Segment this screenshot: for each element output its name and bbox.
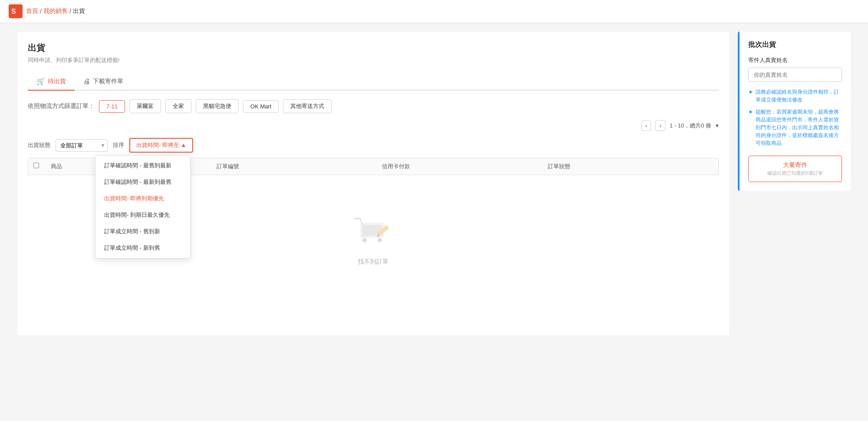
breadcrumb: 首頁 / 我的銷售 / 出貨	[26, 7, 85, 15]
filter-btn-okmart[interactable]: OK Mart	[243, 100, 279, 113]
page-subtitle: 同時申請、列印多筆訂單的配送標籤!	[28, 56, 719, 64]
select-all-checkbox[interactable]	[33, 163, 39, 168]
printer-icon: 🖨	[83, 78, 90, 85]
sender-name-input[interactable]	[748, 68, 842, 82]
dropdown-item-3[interactable]: 出貨時間- 到期日最久優先	[95, 207, 190, 223]
bulk-ship-button[interactable]: 大量寄件 確認出貨已勾選的0筆訂單	[748, 156, 842, 182]
tab-pending-label: 待出貨	[48, 78, 66, 85]
sort-current-label: 出貨時間- 即將至 ▲	[136, 141, 186, 149]
pagination-next[interactable]: ›	[655, 120, 665, 131]
table-col-payment: 信用卡付款	[382, 163, 548, 170]
breadcrumb-sales[interactable]: 我的銷售	[43, 7, 68, 15]
filter-label: 依照物流方式篩選訂單：	[28, 102, 95, 110]
dropdown-item-5[interactable]: 訂單成立時間 - 新到舊	[95, 240, 190, 256]
main-content: 出貨 同時申請、列印多筆訂單的配送標籤! 🛒 待出貨 🖨 下載寄件單 依照物流方…	[0, 23, 868, 344]
page-title: 出貨	[28, 42, 719, 54]
sort-button[interactable]: 出貨時間- 即將至 ▲	[129, 138, 193, 153]
status-select-wrapper: 全部訂單 待出貨 已出貨	[56, 139, 108, 152]
controls-row: 出貨狀態 全部訂單 待出貨 已出貨 排序 出貨時間- 即將至 ▲ 訂單確認時間 …	[28, 138, 719, 153]
shopee-logo-icon: S	[9, 4, 23, 18]
breadcrumb-current: 出貨	[73, 7, 85, 15]
breadcrumb-sep2: /	[69, 8, 71, 15]
notice-1: ★ 請務必確認姓名與身分證件相符，訂單成立後便無法修改	[748, 88, 842, 104]
pagination-info: 1 - 10，總共0 條	[670, 122, 711, 130]
dropdown-item-4[interactable]: 訂單成立時間 - 舊到新	[95, 223, 190, 240]
svg-point-4	[362, 238, 367, 242]
tab-download-label: 下載寄件單	[93, 78, 123, 85]
breadcrumb-sep1: /	[40, 8, 42, 15]
right-panel-title: 批次出貨	[748, 40, 842, 49]
top-nav: S 首頁 / 我的銷售 / 出貨	[0, 0, 868, 23]
pagination-row: ‹ › 1 - 10，總共0 條 ▾	[28, 120, 719, 131]
dropdown-item-2[interactable]: 出貨時間- 即將到期優先	[95, 190, 190, 207]
table-col-order: 訂單編號	[217, 163, 382, 170]
left-panel: 出貨 同時申請、列印多筆訂單的配送標籤! 🛒 待出貨 🖨 下載寄件單 依照物流方…	[17, 32, 729, 335]
sender-name-label: 寄件人真實姓名	[748, 56, 842, 64]
dropdown-scroll: 訂單確認時間 - 最舊到最新 訂單確認時間 - 最新到最舊 出貨時間- 即將到期…	[95, 157, 190, 256]
filter-btn-711[interactable]: 7-11	[99, 100, 125, 113]
notice-2-text: 提醒您，若買家逾期未領，超商會將商品退回您寄件門市，寄件人需於貨到門市七日內，出…	[756, 108, 842, 147]
table-col-status: 訂單狀態	[548, 163, 713, 170]
svg-text:S: S	[11, 8, 16, 15]
table-col-checkbox	[33, 163, 51, 170]
dropdown-item-0[interactable]: 訂單確認時間 - 最舊到最新	[95, 157, 190, 174]
star-icon-1: ★	[748, 88, 753, 104]
pagination-dropdown-icon[interactable]: ▾	[716, 122, 719, 129]
status-label: 出貨狀態	[28, 141, 50, 149]
star-icon-2: ★	[748, 108, 753, 147]
filter-btn-other[interactable]: 其他寄送方式	[283, 99, 332, 113]
bulk-ship-title: 大量寄件	[754, 161, 836, 169]
pagination-prev[interactable]: ‹	[641, 120, 651, 131]
dropdown-item-1[interactable]: 訂單確認時間 - 最新到最舊	[95, 174, 190, 190]
sort-dropdown: 訂單確認時間 - 最舊到最新 訂單確認時間 - 最新到最舊 出貨時間- 即將到期…	[95, 155, 191, 258]
tab-download[interactable]: 🖨 下載寄件單	[75, 73, 132, 91]
status-select[interactable]: 全部訂單 待出貨 已出貨	[56, 139, 108, 152]
filter-btn-blackcat[interactable]: 黑貓宅急便	[196, 99, 239, 113]
pending-icon: 🛒	[36, 77, 45, 85]
svg-point-5	[378, 238, 382, 242]
notice-2: ★ 提醒您，若買家逾期未領，超商會將商品退回您寄件門市，寄件人需於貨到門市七日內…	[748, 108, 842, 147]
empty-text: 找不到訂單	[36, 258, 710, 266]
notice-1-text: 請務必確認姓名與身分證件相符，訂單成立後便無法修改	[756, 88, 842, 104]
right-panel: 批次出貨 寄件人真實姓名 ★ 請務必確認姓名與身分證件相符，訂單成立後便無法修改…	[738, 32, 851, 191]
filter-row: 依照物流方式篩選訂單： 7-11 萊爾富 全家 黑貓宅急便 OK Mart 其他…	[28, 99, 719, 113]
breadcrumb-home[interactable]: 首頁	[26, 7, 38, 15]
tab-pending[interactable]: 🛒 待出貨	[28, 73, 75, 91]
bulk-ship-sub: 確認出貨已勾選的0筆訂單	[754, 170, 836, 176]
sort-label: 排序	[113, 141, 124, 149]
filter-btn-familymart[interactable]: 萊爾富	[129, 99, 161, 113]
tabs: 🛒 待出貨 🖨 下載寄件單	[28, 73, 719, 91]
filter-btn-allmart[interactable]: 全家	[165, 99, 191, 113]
